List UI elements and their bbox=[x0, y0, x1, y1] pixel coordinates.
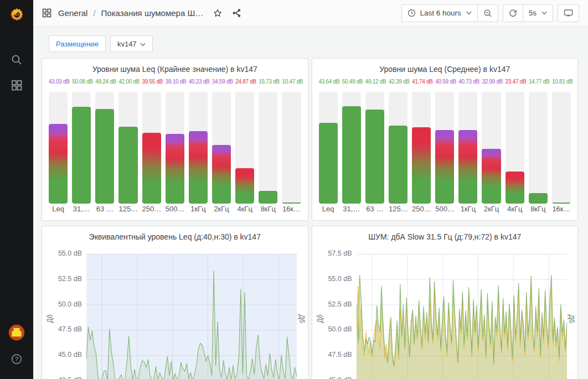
share-icon[interactable] bbox=[232, 8, 241, 18]
gauge-value: 14.77 dB bbox=[529, 79, 548, 87]
plot-area[interactable] bbox=[357, 254, 567, 379]
gauge-track bbox=[142, 92, 161, 204]
gauge-bar bbox=[212, 145, 231, 204]
gauge-column: 10.81 dB16к… bbox=[550, 79, 573, 216]
y-axis-tick: 50.0 dB bbox=[53, 300, 82, 308]
panel-noise-timeseries[interactable]: ШУМ: дбА Slow 31.5 Гц (д:79,н:72) в kv14… bbox=[312, 226, 579, 379]
dashboard-title[interactable]: Показания шумомера Ш… bbox=[101, 8, 204, 18]
panel-title[interactable]: Уровни шума Leq (Среднее) в kv147 bbox=[317, 63, 574, 75]
gauge-bar bbox=[435, 130, 454, 204]
zoom-out-button[interactable] bbox=[477, 4, 498, 22]
grafana-logo[interactable] bbox=[0, 0, 33, 29]
star-icon[interactable] bbox=[213, 9, 222, 18]
gauge-track bbox=[342, 92, 361, 204]
gauge-category-label: 16к… bbox=[552, 205, 571, 216]
gauge-bar bbox=[365, 110, 384, 204]
gauge-track bbox=[118, 92, 137, 204]
top-navbar: General / Показания шумомера Ш… Last 6 h… bbox=[33, 0, 588, 27]
breadcrumb-separator: / bbox=[93, 8, 95, 18]
gauge-column: 34.59 dB2кГц bbox=[210, 79, 233, 216]
panel-leq-timeseries[interactable]: Эквивалентный уровень Leq (д:40,н:30) в … bbox=[42, 226, 308, 379]
panel-title[interactable]: ШУМ: дбА Slow 31.5 Гц (д:79,н:72) в kv14… bbox=[317, 231, 574, 243]
gauge-column: 42.39 dB125… bbox=[386, 79, 410, 216]
dashboard-grid: Уровни шума Leq (Крайнее значение) в kv1… bbox=[33, 58, 588, 379]
gauge-bar bbox=[389, 126, 408, 204]
panel-title[interactable]: Эквивалентный уровень Leq (д:40,н:30) в … bbox=[47, 231, 303, 243]
time-range-picker[interactable]: Last 6 hours bbox=[401, 4, 477, 22]
y-axis-tick: 52.5 dB bbox=[53, 275, 82, 283]
y-axis-tick: 45.0 dB bbox=[323, 376, 352, 379]
gauge-category-label: 16к… bbox=[282, 205, 301, 216]
gauge-track bbox=[435, 92, 454, 204]
gauge-category-label: 500… bbox=[166, 205, 184, 216]
y-axis-label: Дб bbox=[316, 315, 323, 323]
y-axis-tick: 55.0 dB bbox=[323, 275, 352, 283]
gauge-bar bbox=[118, 127, 137, 204]
panel-title[interactable]: Уровни шума Leq (Крайнее значение) в kv1… bbox=[47, 63, 303, 75]
panel-leq-extreme[interactable]: Уровни шума Leq (Крайнее значение) в kv1… bbox=[42, 58, 308, 221]
refresh-button[interactable] bbox=[503, 4, 523, 22]
gauge-column: 41.74 dB250… bbox=[410, 79, 433, 216]
gauge-column: 49.24 dB63 … bbox=[93, 79, 116, 216]
chevron-down-icon bbox=[140, 40, 146, 48]
gauge-value: 40.73 dB bbox=[458, 79, 477, 87]
gauge-column: 40.73 dB1кГц bbox=[456, 79, 479, 216]
y-axis-label: Дб bbox=[568, 315, 575, 323]
gauge-column: 39.55 dB250… bbox=[140, 79, 163, 216]
gauge-value: 10.81 dB bbox=[552, 79, 571, 87]
gauge-track bbox=[458, 92, 477, 204]
breadcrumb-folder[interactable]: General bbox=[58, 8, 87, 18]
gauge-column: 40.59 dB500… bbox=[433, 79, 456, 216]
gauge-category-label: 8кГц bbox=[259, 205, 277, 216]
gauge-category-label: 125… bbox=[118, 205, 137, 216]
y-axis-tick: 55.0 dB bbox=[53, 250, 82, 257]
y-axis-tick: 50.0 dB bbox=[323, 325, 352, 333]
gauge-column: 50.08 dB31,… bbox=[70, 79, 93, 216]
gauge-bar bbox=[259, 191, 277, 204]
gauge-value: 24.87 dB bbox=[235, 79, 254, 87]
gauge-column: 23.47 dB4кГц bbox=[503, 79, 527, 216]
gauge-column: 24.87 dB4кГц bbox=[233, 79, 256, 216]
gauge-bar bbox=[235, 168, 254, 204]
plot-area[interactable] bbox=[86, 254, 297, 379]
gauge-column: 10.47 dB16к… bbox=[280, 79, 303, 216]
gauge-track bbox=[506, 92, 524, 204]
user-avatar[interactable] bbox=[0, 320, 33, 345]
gauge-category-label: 2кГц bbox=[482, 205, 501, 216]
refresh-interval-picker[interactable]: 5s bbox=[523, 4, 553, 22]
gauge-value: 42.00 dB bbox=[118, 79, 137, 87]
bar-gauge: 43.64 dBLeq50.49 dB31,…49.12 dB63 …42.39… bbox=[317, 79, 574, 216]
placement-link[interactable]: Размещение bbox=[49, 35, 106, 52]
gauge-bar bbox=[482, 149, 501, 204]
y-axis-tick: 42.5 dB bbox=[53, 376, 82, 379]
variable-dropdown-kv147[interactable]: kv147 bbox=[110, 35, 153, 52]
gauge-value: 49.24 dB bbox=[95, 79, 114, 87]
gauge-track bbox=[482, 92, 501, 204]
dashboards-grid-icon[interactable] bbox=[0, 73, 33, 97]
gauge-bar bbox=[166, 134, 184, 204]
gauge-value: 32.99 dB bbox=[482, 79, 501, 87]
gauge-category-label: Leq bbox=[319, 205, 338, 216]
svg-text:?: ? bbox=[15, 356, 18, 362]
variable-value: kv147 bbox=[117, 40, 137, 48]
breadcrumb-dashboard-icon bbox=[42, 8, 51, 18]
gauge-category-label: 500… bbox=[435, 205, 454, 216]
gauge-bar bbox=[506, 172, 524, 204]
gauge-track bbox=[282, 92, 301, 204]
gauge-bar bbox=[458, 130, 477, 204]
y-axis-tick: 57.5 dB bbox=[323, 250, 352, 257]
kiosk-mode-button[interactable] bbox=[558, 4, 579, 22]
gauge-track bbox=[365, 92, 384, 204]
gauge-category-label: 4кГц bbox=[506, 205, 524, 216]
panel-leq-average[interactable]: Уровни шума Leq (Среднее) в kv147 43.64 … bbox=[312, 58, 579, 221]
gauge-column: 39.10 dB500… bbox=[163, 79, 187, 216]
y-axis-tick: 45.0 dB bbox=[53, 351, 82, 359]
gauge-track bbox=[552, 92, 571, 204]
gauge-column: 43.03 dBLeq bbox=[47, 79, 70, 216]
y-axis-tick: 52.5 dB bbox=[323, 300, 352, 308]
help-icon[interactable]: ? bbox=[0, 347, 33, 371]
gauge-track bbox=[412, 92, 431, 204]
search-icon[interactable] bbox=[0, 48, 33, 72]
refresh-interval-label: 5s bbox=[529, 9, 537, 17]
gauge-category-label: 125… bbox=[389, 205, 408, 216]
